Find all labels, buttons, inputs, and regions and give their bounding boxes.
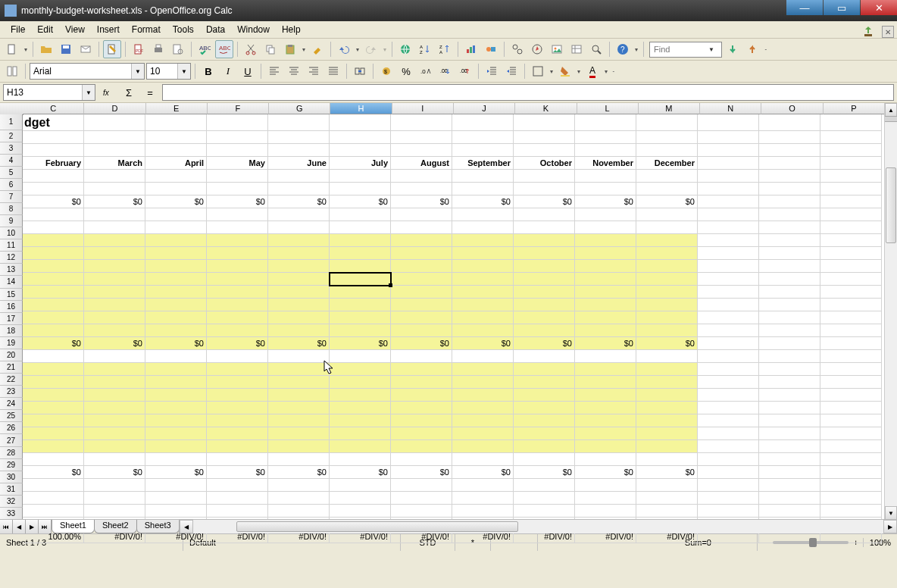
cell[interactable] bbox=[145, 221, 207, 234]
cell[interactable] bbox=[636, 247, 698, 260]
find-prev-icon[interactable] bbox=[743, 40, 761, 58]
cell[interactable] bbox=[514, 234, 575, 247]
cell[interactable] bbox=[820, 260, 882, 273]
cell[interactable] bbox=[330, 234, 391, 247]
borders-icon[interactable] bbox=[529, 62, 547, 80]
cell[interactable] bbox=[452, 324, 514, 337]
cell[interactable] bbox=[514, 492, 575, 505]
cell[interactable] bbox=[452, 221, 514, 234]
row-header[interactable]: 2 bbox=[0, 130, 23, 142]
cell[interactable] bbox=[84, 402, 145, 414]
cell[interactable] bbox=[268, 144, 330, 157]
cell[interactable] bbox=[759, 311, 820, 324]
cell[interactable] bbox=[636, 114, 698, 131]
cell[interactable] bbox=[636, 273, 698, 286]
cell[interactable] bbox=[820, 221, 882, 234]
row-header[interactable]: 18 bbox=[0, 325, 23, 337]
first-sheet-icon[interactable]: ⏮ bbox=[0, 520, 13, 533]
cell[interactable] bbox=[330, 311, 391, 324]
cell[interactable]: $0 bbox=[23, 195, 84, 208]
cell[interactable] bbox=[575, 363, 636, 376]
cell[interactable] bbox=[145, 324, 207, 337]
row-header[interactable]: 10 bbox=[0, 227, 23, 239]
cell[interactable] bbox=[452, 440, 514, 453]
underline-icon[interactable]: U bbox=[239, 62, 257, 80]
cell[interactable] bbox=[268, 376, 330, 389]
function-wizard-icon[interactable]: fx bbox=[98, 83, 117, 102]
cell[interactable] bbox=[391, 311, 452, 324]
row-header[interactable]: 17 bbox=[0, 313, 23, 325]
cell[interactable] bbox=[391, 221, 452, 234]
cell[interactable] bbox=[636, 350, 698, 363]
cell[interactable]: $0 bbox=[636, 195, 698, 208]
percent-icon[interactable]: % bbox=[397, 62, 415, 80]
cell[interactable] bbox=[207, 311, 268, 324]
cell[interactable] bbox=[820, 299, 882, 311]
cell[interactable] bbox=[636, 440, 698, 453]
cell[interactable] bbox=[268, 114, 330, 131]
cell[interactable] bbox=[514, 414, 575, 427]
cell[interactable] bbox=[268, 402, 330, 414]
cell[interactable] bbox=[330, 260, 391, 273]
cell[interactable] bbox=[207, 363, 268, 376]
cell[interactable] bbox=[23, 414, 84, 427]
cell[interactable] bbox=[698, 170, 759, 183]
cell[interactable] bbox=[514, 350, 575, 363]
cell[interactable] bbox=[820, 479, 882, 492]
cell[interactable] bbox=[514, 324, 575, 337]
cell[interactable] bbox=[84, 440, 145, 453]
cell[interactable] bbox=[268, 286, 330, 299]
cell[interactable] bbox=[84, 208, 145, 221]
cell[interactable] bbox=[698, 273, 759, 286]
cell[interactable] bbox=[452, 363, 514, 376]
cell[interactable] bbox=[698, 221, 759, 234]
cell[interactable] bbox=[452, 492, 514, 505]
cell[interactable] bbox=[698, 389, 759, 402]
cell[interactable] bbox=[636, 131, 698, 144]
cell[interactable] bbox=[391, 114, 452, 131]
cell[interactable] bbox=[820, 363, 882, 376]
cell[interactable] bbox=[391, 208, 452, 221]
font-name-input[interactable] bbox=[30, 66, 131, 77]
scroll-down-icon[interactable]: ▼ bbox=[885, 506, 897, 520]
cell[interactable] bbox=[207, 453, 268, 466]
column-header[interactable]: K bbox=[515, 103, 577, 114]
cell[interactable] bbox=[23, 350, 84, 363]
cell[interactable]: June bbox=[268, 157, 330, 170]
align-justify-icon[interactable] bbox=[324, 62, 342, 80]
cell[interactable] bbox=[759, 453, 820, 466]
cell[interactable] bbox=[820, 195, 882, 208]
cell[interactable] bbox=[391, 183, 452, 195]
cell[interactable] bbox=[330, 273, 391, 286]
cell[interactable] bbox=[514, 505, 575, 518]
cell[interactable] bbox=[330, 427, 391, 440]
cell[interactable]: $0 bbox=[452, 466, 514, 479]
hyperlink-icon[interactable] bbox=[396, 40, 414, 58]
cell[interactable]: $0 bbox=[452, 195, 514, 208]
cell[interactable] bbox=[391, 286, 452, 299]
cell[interactable] bbox=[514, 479, 575, 492]
cut-icon[interactable] bbox=[242, 40, 260, 58]
cell[interactable] bbox=[759, 337, 820, 350]
cell[interactable] bbox=[636, 183, 698, 195]
cell[interactable] bbox=[268, 414, 330, 427]
align-left-icon[interactable] bbox=[265, 62, 283, 80]
cell[interactable] bbox=[23, 247, 84, 260]
cell[interactable] bbox=[23, 273, 84, 286]
redo-icon[interactable] bbox=[362, 40, 380, 58]
cell[interactable] bbox=[268, 492, 330, 505]
cell[interactable]: February bbox=[23, 157, 84, 170]
column-header[interactable]: E bbox=[146, 103, 208, 114]
cell[interactable] bbox=[636, 414, 698, 427]
cell[interactable] bbox=[23, 389, 84, 402]
cell[interactable] bbox=[820, 376, 882, 389]
cell[interactable] bbox=[698, 427, 759, 440]
close-button[interactable]: ✕ bbox=[861, 0, 897, 15]
row-header[interactable]: 8 bbox=[0, 203, 23, 215]
cell[interactable] bbox=[759, 350, 820, 363]
cell[interactable] bbox=[84, 505, 145, 518]
cell[interactable] bbox=[452, 479, 514, 492]
cell[interactable] bbox=[759, 492, 820, 505]
cell[interactable] bbox=[452, 208, 514, 221]
remove-decimal-icon[interactable]: .00 bbox=[456, 62, 474, 80]
